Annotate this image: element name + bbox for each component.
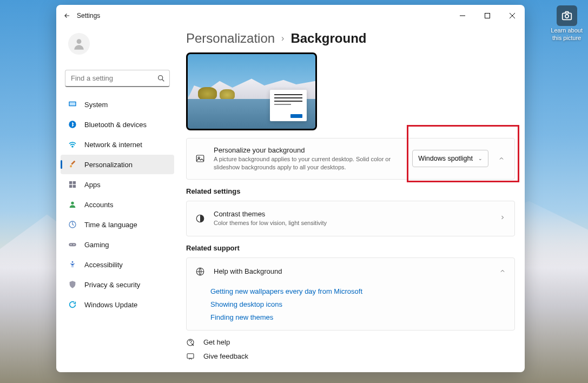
- paintbrush-icon: [68, 160, 77, 169]
- svg-rect-10: [73, 181, 76, 184]
- preview-window-mock: [270, 90, 307, 121]
- svg-point-8: [72, 146, 73, 147]
- help-link-themes[interactable]: Finding new themes: [210, 313, 506, 321]
- svg-point-4: [158, 76, 163, 80]
- dropdown-value: Windows spotlight: [418, 155, 473, 162]
- give-feedback-link[interactable]: Give feedback: [186, 352, 515, 361]
- nav-label: Network & internet: [84, 141, 142, 149]
- help-link-icons[interactable]: Showing desktop icons: [210, 300, 506, 308]
- help-icon: [186, 338, 195, 347]
- monitor-icon: [68, 100, 77, 109]
- svg-point-3: [77, 39, 82, 44]
- get-help-link[interactable]: Get help: [186, 338, 515, 347]
- feedback-label: Give feedback: [203, 352, 248, 360]
- search-input[interactable]: [65, 70, 170, 87]
- nav-label: System: [84, 101, 108, 109]
- nav-label: Bluetooth & devices: [84, 121, 147, 129]
- help-header[interactable]: Help with Background: [187, 258, 514, 285]
- nav-label: Time & language: [84, 221, 137, 229]
- help-card: Help with Background Getting new wallpap…: [186, 257, 515, 331]
- sidebar-item-gaming[interactable]: Gaming: [61, 235, 174, 254]
- svg-rect-2: [485, 14, 490, 18]
- get-help-label: Get help: [203, 338, 230, 346]
- chevron-down-icon: ⌄: [478, 156, 483, 161]
- nav-label: Windows Update: [84, 301, 137, 309]
- personalize-title: Personalize your background: [214, 146, 404, 154]
- content-area: Personalization › Background: [176, 27, 525, 372]
- svg-rect-9: [69, 181, 72, 184]
- image-icon: [195, 154, 205, 163]
- sidebar-item-privacy[interactable]: Privacy & security: [61, 275, 174, 294]
- svg-rect-15: [69, 243, 76, 246]
- breadcrumb-parent[interactable]: Personalization: [186, 31, 275, 46]
- user-avatar[interactable]: [68, 33, 90, 55]
- sidebar-item-update[interactable]: Windows Update: [61, 295, 174, 314]
- chevron-right-icon: [499, 214, 506, 222]
- spotlight-desktop-widget[interactable]: Learn aboutthis picture: [551, 5, 583, 42]
- sidebar-item-accessibility[interactable]: Accessibility: [61, 255, 174, 274]
- collapse-button[interactable]: [497, 155, 506, 162]
- minimize-button[interactable]: [450, 7, 475, 24]
- close-button[interactable]: [500, 7, 525, 24]
- desktop-preview: [186, 52, 317, 130]
- help-link-wallpapers[interactable]: Getting new wallpapers every day from Mi…: [210, 287, 506, 295]
- settings-window: Settings System: [56, 5, 525, 372]
- nav-label: Personalization: [84, 161, 133, 169]
- window-title: Settings: [77, 12, 100, 19]
- contrast-themes-card[interactable]: Contrast themes Color themes for low vis…: [186, 201, 515, 236]
- titlebar: Settings: [56, 5, 525, 27]
- sidebar-item-time[interactable]: Time & language: [61, 215, 174, 234]
- sidebar-item-accounts[interactable]: Accounts: [61, 195, 174, 214]
- sidebar-item-bluetooth[interactable]: Bluetooth & devices: [61, 115, 174, 134]
- nav-label: Apps: [84, 181, 101, 189]
- svg-point-13: [71, 202, 74, 204]
- svg-rect-24: [187, 353, 194, 358]
- sidebar-item-apps[interactable]: Apps: [61, 175, 174, 194]
- back-button[interactable]: [63, 12, 71, 19]
- svg-rect-19: [196, 155, 204, 162]
- svg-point-1: [565, 15, 568, 18]
- breadcrumb-sep: ›: [281, 34, 284, 43]
- background-type-dropdown[interactable]: Windows spotlight ⌄: [412, 150, 488, 167]
- related-settings-label: Related settings: [186, 187, 515, 195]
- help-title: Help with Background: [214, 267, 282, 275]
- svg-rect-6: [70, 102, 76, 105]
- contrast-desc: Color themes for low vision, light sensi…: [214, 219, 491, 227]
- camera-icon: [557, 5, 577, 26]
- update-icon: [68, 300, 77, 309]
- breadcrumb-current: Background: [290, 31, 366, 46]
- sidebar-item-personalization[interactable]: Personalization: [61, 155, 174, 174]
- shield-icon: [68, 280, 77, 289]
- sidebar-item-system[interactable]: System: [61, 95, 174, 114]
- gamepad-icon: [68, 240, 77, 249]
- globe-clock-icon: [68, 220, 77, 229]
- svg-point-17: [74, 244, 75, 245]
- svg-rect-11: [69, 185, 72, 188]
- nav-label: Gaming: [84, 241, 109, 249]
- sidebar-item-network[interactable]: Network & internet: [61, 135, 174, 154]
- nav-label: Privacy & security: [84, 281, 140, 289]
- bluetooth-icon: [68, 120, 77, 129]
- apps-icon: [68, 180, 77, 189]
- svg-rect-12: [73, 185, 76, 188]
- breadcrumb: Personalization › Background: [186, 31, 515, 46]
- sidebar: System Bluetooth & devices Network & int…: [56, 27, 176, 372]
- svg-point-18: [72, 261, 74, 263]
- wifi-icon: [68, 140, 77, 149]
- nav-list: System Bluetooth & devices Network & int…: [61, 95, 174, 314]
- nav-label: Accessibility: [84, 261, 123, 269]
- contrast-title: Contrast themes: [214, 210, 491, 218]
- personalize-desc: A picture background applies to your cur…: [214, 155, 404, 171]
- search-icon: [157, 74, 166, 83]
- globe-icon: [195, 267, 205, 276]
- maximize-button[interactable]: [475, 7, 500, 24]
- contrast-icon: [195, 214, 205, 223]
- chevron-up-icon: [499, 267, 506, 276]
- feedback-icon: [186, 352, 195, 361]
- svg-point-16: [70, 244, 71, 245]
- spotlight-label-2: this picture: [552, 35, 581, 41]
- related-support-label: Related support: [186, 244, 515, 252]
- spotlight-label-1: Learn about: [551, 27, 583, 34]
- personalize-background-card: Personalize your background A picture ba…: [186, 138, 515, 180]
- nav-label: Accounts: [84, 201, 113, 209]
